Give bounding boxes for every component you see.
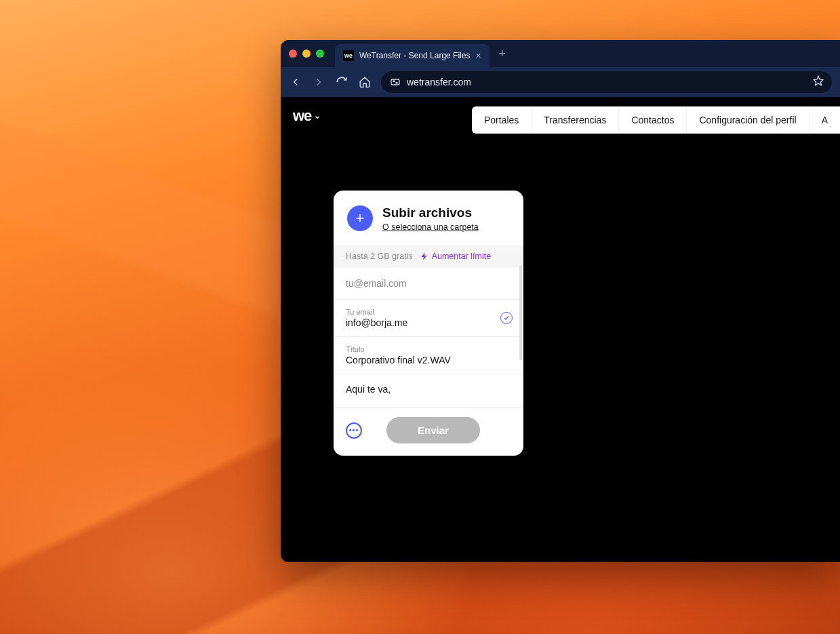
recipient-field[interactable]: tu@email.com [334, 268, 523, 300]
verified-check-icon [500, 312, 513, 324]
limit-row: Hasta 2 GB gratis Aumentar límite [334, 245, 523, 268]
browser-window: we WeTransfer - Send Large Files × + wet… [281, 40, 840, 562]
transfer-card: + Subir archivos O selecciona una carpet… [334, 191, 523, 456]
browser-toolbar: wetransfer.com [281, 67, 840, 97]
ellipsis-icon: ••• [349, 427, 359, 434]
browser-tab-bar: we WeTransfer - Send Large Files × + [281, 40, 840, 67]
tab-favicon-icon: we [343, 50, 354, 61]
recipient-placeholder: tu@email.com [346, 278, 407, 289]
address-bar[interactable]: wetransfer.com [381, 71, 832, 93]
sender-label: Tu email [346, 308, 511, 316]
top-nav: Portales Transferencias Contactos Config… [472, 106, 840, 134]
nav-item-transferencias[interactable]: Transferencias [532, 106, 619, 134]
browser-tab[interactable]: we WeTransfer - Send Large Files × [335, 44, 489, 67]
page-content: we Portales Transferencias Contactos Con… [281, 97, 840, 562]
site-settings-icon[interactable] [389, 76, 401, 88]
tab-title: WeTransfer - Send Large Files [359, 51, 470, 60]
svg-rect-0 [391, 79, 399, 85]
sender-value: info@borja.me [346, 317, 511, 328]
forward-button[interactable] [312, 75, 325, 89]
plus-icon: + [356, 210, 365, 227]
bolt-icon [420, 252, 429, 261]
window-maximize-button[interactable] [316, 49, 324, 58]
select-folder-link[interactable]: O selecciona una carpeta [382, 222, 479, 232]
home-button[interactable] [358, 75, 372, 89]
window-minimize-button[interactable] [302, 49, 311, 58]
sender-field[interactable]: Tu email info@borja.me [334, 300, 523, 337]
increase-limit-link[interactable]: Aumentar límite [420, 252, 492, 261]
back-button[interactable] [289, 75, 302, 89]
title-field[interactable]: Título Corporativo final v2.WAV [334, 337, 523, 374]
increase-limit-label: Aumentar límite [432, 252, 492, 261]
add-files-button[interactable]: + [347, 205, 373, 231]
logo-text: we [293, 107, 311, 125]
tab-close-icon[interactable]: × [475, 50, 481, 61]
wetransfer-logo[interactable]: we [293, 107, 321, 125]
send-button[interactable]: Enviar [386, 417, 480, 443]
more-options-button[interactable]: ••• [346, 422, 362, 439]
nav-item-configuracion[interactable]: Configuración del perfil [687, 106, 809, 134]
nav-item-contactos[interactable]: Contactos [619, 106, 687, 134]
window-controls [289, 49, 324, 58]
title-value: Corporativo final v2.WAV [346, 355, 511, 365]
reload-button[interactable] [335, 75, 348, 89]
upload-section: + Subir archivos O selecciona una carpet… [334, 191, 523, 245]
url-text: wetransfer.com [407, 77, 471, 87]
title-label: Título [346, 345, 511, 353]
nav-item-portales[interactable]: Portales [472, 106, 532, 134]
nav-item-more[interactable]: A [809, 106, 840, 134]
card-footer: ••• Enviar [334, 408, 523, 456]
bookmark-star-icon[interactable] [813, 75, 824, 89]
window-close-button[interactable] [289, 49, 297, 58]
limit-text: Hasta 2 GB gratis [346, 252, 413, 261]
upload-title: Subir archivos [382, 205, 479, 220]
new-tab-button[interactable]: + [499, 47, 506, 61]
chevron-down-icon[interactable] [314, 107, 321, 125]
message-value: Aqui te va, [346, 384, 511, 395]
message-field[interactable]: Aqui te va, [334, 374, 523, 408]
